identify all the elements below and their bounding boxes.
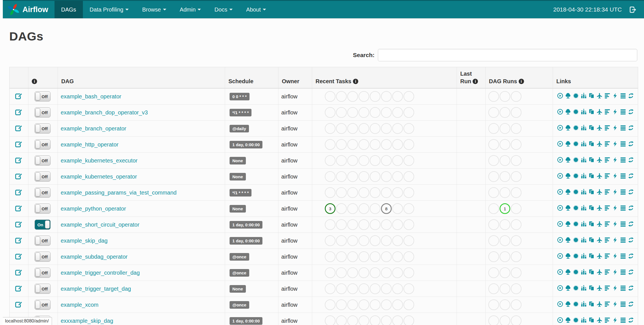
task-state-circle[interactable]: [381, 299, 392, 310]
code-view-icon[interactable]: [612, 237, 618, 243]
trigger-dag-icon[interactable]: [557, 205, 563, 211]
task-state-circle[interactable]: [359, 91, 369, 102]
schedule-badge[interactable]: None: [230, 157, 246, 164]
task-tries-icon[interactable]: [589, 205, 595, 211]
task-state-circle[interactable]: [381, 91, 392, 102]
task-state-circle[interactable]: [336, 91, 347, 102]
nav-item-docs[interactable]: Docs: [208, 1, 239, 18]
nav-item-data-profiling[interactable]: Data Profiling: [83, 1, 135, 18]
task-state-circle[interactable]: [336, 107, 347, 118]
dag-run-state-circle[interactable]: [500, 283, 510, 294]
schedule-badge[interactable]: @once: [230, 301, 249, 309]
dag-run-state-circle[interactable]: [511, 299, 521, 310]
dag-link[interactable]: example_kubernetes_executor: [61, 157, 138, 164]
dag-pause-toggle[interactable]: Off: [35, 284, 51, 294]
logs-icon[interactable]: [620, 269, 626, 275]
task-tries-icon[interactable]: [589, 317, 595, 323]
dag-run-state-circle[interactable]: [488, 283, 499, 294]
task-state-circle[interactable]: [325, 267, 335, 278]
dag-pause-toggle[interactable]: Off: [35, 91, 51, 101]
tree-view-icon[interactable]: [565, 189, 571, 195]
dag-run-state-circle[interactable]: [511, 235, 521, 246]
dag-run-state-circle[interactable]: [500, 267, 510, 278]
task-duration-icon[interactable]: [581, 189, 587, 195]
refresh-icon[interactable]: [628, 269, 634, 275]
tree-view-icon[interactable]: [565, 173, 571, 179]
dag-run-state-circle[interactable]: [500, 123, 510, 134]
task-state-circle[interactable]: [325, 107, 335, 118]
task-state-circle[interactable]: [325, 187, 335, 198]
graph-view-icon[interactable]: [573, 141, 579, 147]
task-state-circle[interactable]: [381, 235, 392, 246]
task-state-circle[interactable]: [370, 235, 380, 246]
task-state-circle[interactable]: [359, 203, 369, 214]
task-tries-icon[interactable]: [589, 109, 595, 115]
code-view-icon[interactable]: [612, 221, 618, 227]
task-state-circle[interactable]: [359, 315, 369, 325]
task-duration-icon[interactable]: [581, 301, 587, 307]
task-state-circle[interactable]: [370, 107, 380, 118]
task-state-circle[interactable]: [336, 139, 347, 150]
task-state-circle[interactable]: [381, 171, 392, 182]
task-state-circle[interactable]: [392, 299, 403, 310]
code-view-icon[interactable]: [612, 93, 618, 99]
logs-icon[interactable]: [620, 285, 626, 291]
task-state-circle[interactable]: [347, 251, 358, 262]
landing-times-icon[interactable]: [597, 253, 602, 259]
task-state-circle[interactable]: [347, 171, 358, 182]
dag-link[interactable]: example_short_circuit_operator: [61, 222, 139, 228]
landing-times-icon[interactable]: [597, 237, 602, 243]
tree-view-icon[interactable]: [565, 125, 571, 131]
graph-view-icon[interactable]: [573, 269, 579, 275]
task-state-circle[interactable]: [403, 203, 414, 214]
task-tries-icon[interactable]: [589, 157, 595, 163]
code-view-icon[interactable]: [612, 269, 618, 275]
logs-icon[interactable]: [620, 237, 626, 243]
airflow-brand[interactable]: Airflow: [3, 1, 55, 18]
task-state-circle[interactable]: [347, 315, 358, 325]
trigger-dag-icon[interactable]: [557, 109, 563, 115]
task-state-circle[interactable]: [392, 107, 403, 118]
trigger-dag-icon[interactable]: [557, 141, 563, 147]
edit-dag-icon[interactable]: [15, 188, 23, 196]
edit-dag-icon[interactable]: [15, 252, 23, 260]
dag-run-state-circle[interactable]: [500, 219, 510, 230]
search-input[interactable]: [378, 49, 637, 61]
task-duration-icon[interactable]: [581, 237, 587, 243]
task-state-circle[interactable]: [325, 315, 335, 325]
graph-view-icon[interactable]: [573, 205, 579, 211]
trigger-dag-icon[interactable]: [557, 173, 563, 179]
task-state-circle[interactable]: [392, 219, 403, 230]
task-duration-icon[interactable]: [581, 109, 587, 115]
task-state-circle[interactable]: [325, 283, 335, 294]
task-state-circle[interactable]: [403, 267, 414, 278]
dag-link[interactable]: example_skip_dag: [61, 238, 108, 244]
task-state-circle[interactable]: [325, 219, 335, 230]
gantt-view-icon[interactable]: [604, 301, 610, 307]
dag-link[interactable]: example_python_operator: [61, 206, 126, 212]
dag-link[interactable]: exxxample_skip_dag: [61, 318, 113, 324]
task-state-circle[interactable]: [370, 171, 380, 182]
logs-icon[interactable]: [620, 301, 626, 307]
logs-icon[interactable]: [620, 141, 626, 147]
edit-dag-icon[interactable]: [15, 236, 23, 244]
task-state-circle[interactable]: [359, 139, 369, 150]
task-state-circle[interactable]: [347, 123, 358, 134]
task-state-circle[interactable]: [403, 155, 414, 166]
task-tries-icon[interactable]: [589, 221, 595, 227]
refresh-icon[interactable]: [628, 285, 634, 291]
dag-pause-toggle[interactable]: Off: [35, 139, 51, 150]
task-state-circle[interactable]: [359, 187, 369, 198]
tree-view-icon[interactable]: [565, 269, 571, 275]
task-state-circle[interactable]: [381, 187, 392, 198]
edit-dag-icon[interactable]: [15, 284, 23, 292]
gantt-view-icon[interactable]: [604, 93, 610, 99]
task-state-circle[interactable]: [381, 251, 392, 262]
dag-link[interactable]: example_subdag_operator: [61, 254, 128, 260]
code-view-icon[interactable]: [612, 253, 618, 259]
gantt-view-icon[interactable]: [604, 189, 610, 195]
refresh-icon[interactable]: [628, 189, 634, 195]
trigger-dag-icon[interactable]: [557, 221, 563, 227]
dag-pause-toggle[interactable]: On: [35, 220, 51, 230]
task-state-circle[interactable]: [336, 315, 347, 325]
